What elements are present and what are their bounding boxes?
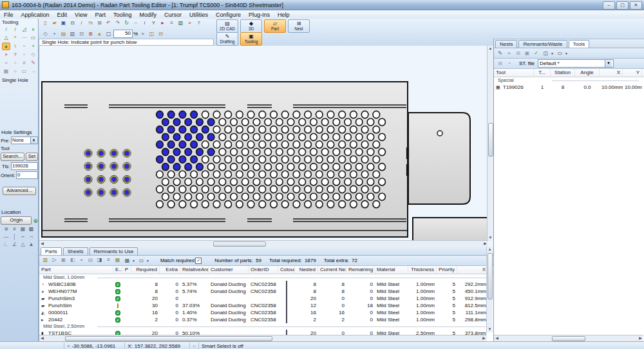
part-row[interactable]: ▸20442✓200.37%Donald DuctingCNC02358220M… xyxy=(39,316,493,323)
corner-tool-icon[interactable]: ◿ xyxy=(20,26,28,33)
copy-tool-icon[interactable]: ⊞ xyxy=(514,50,522,57)
app-button-tooling[interactable]: ▣Tooling xyxy=(240,32,262,46)
location-icon-2-2[interactable]: △ xyxy=(19,241,26,248)
location-icon-1-0[interactable]: — xyxy=(3,234,10,240)
app-button-drafting[interactable]: ✎Drafting xyxy=(216,32,238,46)
part-canvas[interactable]: ▲ ▼ ◀ ▶ xyxy=(39,46,493,247)
column-header-x[interactable]: X xyxy=(457,266,488,274)
help-icon[interactable]: ? xyxy=(194,19,203,27)
parts-h-thumb[interactable] xyxy=(65,336,272,341)
menu-view[interactable]: View xyxy=(71,12,91,18)
cross-tool-icon[interactable]: x xyxy=(29,26,37,33)
column-header-material[interactable]: Material xyxy=(375,266,408,274)
column-header-station[interactable]: Station xyxy=(551,69,575,77)
scroll-down-icon[interactable]: ▼ xyxy=(488,235,493,241)
tab-nests[interactable]: Nests xyxy=(495,40,517,48)
paste-tool-icon[interactable]: ▣ xyxy=(523,50,531,57)
menu-tooling[interactable]: Tooling xyxy=(109,12,136,18)
view-combo-icon[interactable]: ▦▼ xyxy=(122,256,136,265)
part-row[interactable]: ◕WEHN077M✓805.74%Donald DuctingCNC023588… xyxy=(39,288,493,295)
advanced-button[interactable]: Advanced... xyxy=(3,187,36,195)
app-button-2d-cad[interactable]: ▤2D CAD xyxy=(216,19,238,33)
scroll-down-icon[interactable]: ▼ xyxy=(487,326,493,332)
menu-part[interactable]: Part xyxy=(91,12,109,18)
close-button[interactable]: ✕ xyxy=(630,1,642,10)
minimize-button[interactable]: – xyxy=(603,1,615,10)
column-header-p[interactable]: P xyxy=(122,266,131,274)
set-button[interactable]: Set xyxy=(26,153,38,161)
matrix-tool-icon[interactable]: ▦ xyxy=(2,68,10,75)
tab-sheets[interactable]: Sheets xyxy=(63,247,88,255)
remove-x2-icon[interactable]: × xyxy=(11,59,19,67)
part-row[interactable]: ◭0000011✓1601.40%Donald DuctingCNC023581… xyxy=(39,309,493,316)
add-part-icon[interactable]: ▥ xyxy=(41,256,50,264)
table-icon[interactable]: ▥ xyxy=(176,19,185,27)
scroll-up-icon[interactable]: ▲ xyxy=(488,46,493,52)
zoom-apply-icon[interactable]: » xyxy=(138,30,147,38)
menu-modify[interactable]: Modify xyxy=(135,12,160,18)
report-icon[interactable]: ▦ xyxy=(113,256,122,264)
pre-dropdown[interactable]: None▼ xyxy=(11,137,38,144)
image-icon[interactable]: ▧ xyxy=(68,30,77,38)
menu-cursor[interactable]: Cursor xyxy=(160,12,185,18)
location-icon-2-1[interactable]: ∠ xyxy=(11,241,18,248)
rotate-icon[interactable]: ○ xyxy=(131,19,140,27)
h-scroll-thumb[interactable] xyxy=(213,241,266,247)
menu-application[interactable]: Application xyxy=(17,12,53,18)
line-tool-icon[interactable]: / xyxy=(2,26,10,33)
edit-part-icon[interactable]: ◧ xyxy=(68,256,77,264)
location-icon-1-3[interactable]: ¬ xyxy=(28,234,35,240)
window-tool-icon[interactable]: ▫ xyxy=(20,51,28,59)
menu-file[interactable]: File xyxy=(0,12,17,18)
wave-tool-icon[interactable]: ~ xyxy=(20,42,28,50)
scroll-right-icon[interactable]: ▶ xyxy=(638,335,643,341)
location-icon-0-2[interactable]: ▦ xyxy=(19,226,26,232)
snap-icon[interactable]: ◇ xyxy=(41,30,50,38)
rect-tool-icon[interactable]: ▭ xyxy=(29,34,37,42)
location-icon-0-0[interactable]: ⊕ xyxy=(3,226,10,232)
column-header-t[interactable]: T... xyxy=(534,69,551,77)
menu-plug-ins[interactable]: Plug-Ins xyxy=(245,12,274,18)
layers-icon[interactable]: ≡ xyxy=(167,19,176,27)
zoom-window-icon[interactable]: ▢ xyxy=(104,30,113,38)
delete-part-icon[interactable]: × xyxy=(77,256,86,264)
parts-v-thumb[interactable] xyxy=(488,253,493,299)
redo-blow-icon[interactable]: ? xyxy=(11,51,19,59)
canvas-vertical-scrollbar[interactable]: ▲ ▼ xyxy=(487,46,493,241)
column-header-remaining[interactable]: Remaining xyxy=(346,266,375,274)
app-button-nest[interactable]: ⊞Nest xyxy=(288,19,310,33)
filter-icon[interactable]: Y xyxy=(149,19,158,27)
maximize-button[interactable]: ▢ xyxy=(616,1,629,10)
copy-part-icon[interactable]: ▤ xyxy=(86,256,95,264)
tab-remnants-waste[interactable]: Remnants/Waste xyxy=(518,40,567,48)
clock-icon[interactable]: ◔ xyxy=(505,60,513,68)
part-row[interactable]: ▰PunchSim3✓2002000Mild Steel1.00mm5912.9… xyxy=(39,295,493,302)
app-button-3d[interactable]: ◆3D xyxy=(240,19,262,33)
scroll-right-icon[interactable]: ▶ xyxy=(482,241,488,247)
part-row[interactable]: ◔WSBC180B✓805.37%Donald DuctingCNC023588… xyxy=(39,281,493,288)
tab-remnants-to-use[interactable]: Remnants to Use xyxy=(90,247,138,255)
print-icon[interactable]: ⊟ xyxy=(68,19,77,27)
user-delete-icon[interactable]: × xyxy=(185,19,194,27)
st-file-dropdown[interactable]: Default * ▼ xyxy=(538,59,614,68)
part-drawing[interactable] xyxy=(39,46,488,241)
column-header-angle[interactable]: Angle xyxy=(575,69,600,77)
v-scroll-thumb[interactable] xyxy=(488,123,493,156)
search-button[interactable]: Search... xyxy=(1,153,24,161)
tool-view-combo-icon[interactable]: ◫▼ xyxy=(541,49,554,58)
location-icon-1-2[interactable]: ⌐ xyxy=(19,234,26,240)
tls-input[interactable]: 199026 xyxy=(11,162,38,170)
tool-filter-combo-icon[interactable]: ▭▼ xyxy=(555,49,569,58)
column-header-colour[interactable]: Colour xyxy=(278,266,295,274)
column-header-priority[interactable]: Priority xyxy=(437,266,457,274)
tab-parts[interactable]: Parts xyxy=(41,247,62,255)
grid-icon[interactable]: ⊞ xyxy=(496,60,504,68)
column-header-thickness[interactable]: Thickness xyxy=(408,266,437,274)
column-header-tool[interactable]: Tool xyxy=(494,69,534,77)
scroll-right-icon[interactable]: ▶ xyxy=(481,335,487,341)
circle-tool-icon[interactable]: ○ xyxy=(11,68,19,75)
save-part-icon[interactable]: ▣ xyxy=(59,256,68,264)
zoom-level-input[interactable]: 50 xyxy=(113,30,133,38)
dots-tool-icon[interactable]: ⋯ xyxy=(20,34,28,42)
spark-tool-icon[interactable]: + xyxy=(29,42,37,50)
